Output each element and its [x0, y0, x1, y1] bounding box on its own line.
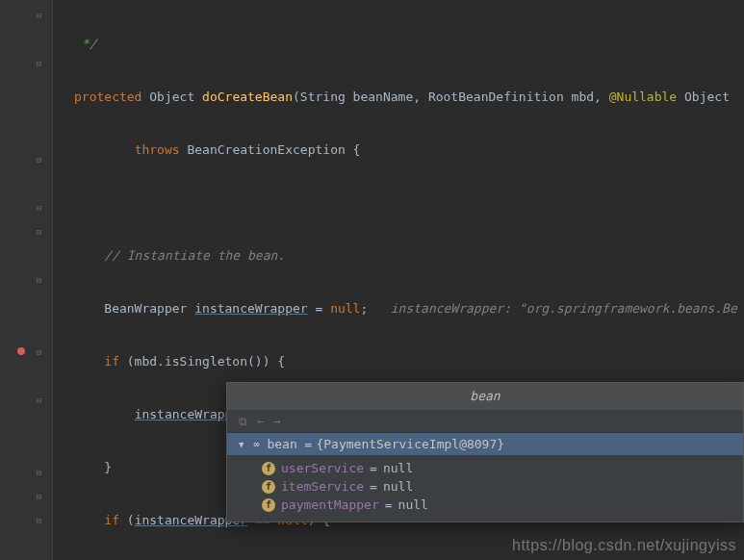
field-icon: f [262, 480, 275, 494]
root-expr: bean = [267, 437, 312, 451]
history-icon[interactable]: ⧉ [239, 415, 247, 428]
field-icon: f [262, 498, 275, 512]
back-icon[interactable]: ← [257, 415, 264, 428]
fold-icon[interactable] [34, 274, 44, 285]
field-name: itemService [281, 479, 364, 494]
fold-icon[interactable] [34, 346, 44, 357]
code-method: doCreateBean [202, 89, 293, 104]
gutter [0, 0, 53, 560]
code-text: BeanCreationException { [187, 142, 360, 157]
forward-icon[interactable]: → [273, 415, 280, 428]
code-text: */ [74, 37, 96, 51]
equals-text: = [385, 497, 393, 512]
field-name: userService [281, 461, 364, 475]
code-comment: // Instantiate the bean. [104, 248, 285, 263]
fold-icon[interactable] [34, 515, 44, 525]
field-icon: f [262, 462, 275, 475]
code-var: instanceWrapper [194, 301, 307, 316]
popup-root-node[interactable]: ▼ ∞ bean = {PaymentServiceImpl@8097} [227, 433, 743, 455]
field-row[interactable]: f paymentMapper = null [262, 496, 743, 514]
code-text: BeanWrapper [104, 301, 194, 316]
field-name: paymentMapper [281, 497, 379, 512]
code-keyword: if [104, 513, 119, 527]
debug-value-popup: bean ⧉ ← → ▼ ∞ bean = {PaymentServiceImp… [226, 382, 744, 522]
fold-icon[interactable] [34, 226, 44, 237]
instance-icon: ∞ [253, 439, 259, 449]
fold-icon[interactable] [34, 58, 44, 68]
popup-title: bean [227, 383, 743, 410]
fold-icon[interactable] [34, 154, 44, 165]
code-text: ; [360, 301, 368, 316]
field-value: null [383, 479, 413, 494]
equals-text: = [370, 461, 377, 475]
fold-icon[interactable] [34, 491, 44, 501]
popup-toolbar: ⧉ ← → [227, 410, 743, 433]
code-text: } [104, 460, 112, 474]
code-keyword: throws [135, 142, 180, 157]
fold-icon[interactable] [34, 202, 44, 213]
code-keyword: protected [74, 89, 141, 104]
root-value: {PaymentServiceImpl@8097} [316, 437, 504, 451]
code-null: null [330, 301, 360, 316]
code-text: ( [119, 513, 135, 527]
field-value: null [383, 461, 413, 475]
code-keyword: if [104, 354, 119, 369]
breakpoint-icon[interactable] [17, 347, 25, 355]
fold-icon[interactable] [34, 10, 44, 20]
inline-hint: instanceWrapper: "org.springframework.be… [391, 301, 737, 316]
code-annotation: @Nullable [609, 89, 677, 104]
code-text: (String beanName, RootBeanDefinition mbd… [293, 89, 609, 104]
code-text: Object [677, 89, 730, 104]
code-type: Object [149, 89, 194, 104]
expand-icon[interactable]: ▼ [239, 440, 244, 449]
field-value: null [398, 497, 428, 512]
equals-text: = [370, 479, 377, 494]
code-text: (mbd.isSingleton()) { [119, 354, 285, 369]
popup-children: f userService = null f itemService = nul… [227, 455, 743, 522]
code-text: = [308, 301, 330, 316]
fold-icon[interactable] [34, 395, 44, 405]
field-row[interactable]: f itemService = null [262, 477, 743, 496]
fold-icon[interactable] [34, 467, 44, 477]
field-row[interactable]: f userService = null [262, 459, 743, 477]
